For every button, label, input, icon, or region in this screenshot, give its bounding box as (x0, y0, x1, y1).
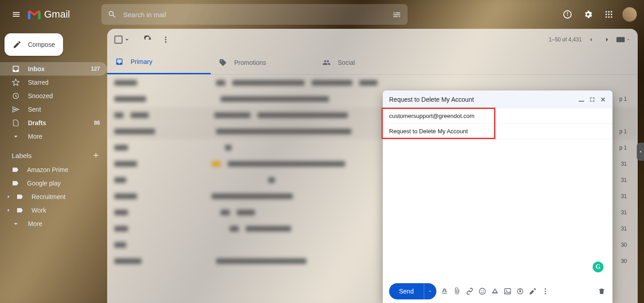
next-page-icon[interactable] (600, 32, 614, 47)
label-recruitment[interactable]: Recruitment (0, 190, 107, 204)
nav-starred[interactable]: Starred (0, 76, 107, 89)
grammarly-glyph: G (596, 263, 601, 271)
label-icon (16, 193, 23, 200)
nav-snoozed[interactable]: Snoozed (0, 89, 107, 103)
svg-point-19 (506, 290, 507, 291)
compose-subject-field[interactable]: Request to Delete My Account (383, 124, 612, 139)
support-icon[interactable] (558, 5, 576, 23)
search-bar[interactable] (101, 4, 408, 25)
page-range: 1–50 of 4,431 (549, 36, 582, 43)
prev-page-icon[interactable] (584, 32, 598, 47)
send-button[interactable]: Send (389, 283, 424, 299)
select-all[interactable] (114, 36, 131, 44)
row-date: 30 (619, 237, 627, 253)
nav-more[interactable]: More (0, 130, 107, 143)
svg-point-2 (611, 11, 612, 13)
toolbar: 1–50 of 4,431 (107, 29, 638, 50)
label-text: Recruitment (32, 193, 65, 200)
compose-to-field[interactable]: customersupport@greendot.com (383, 109, 612, 124)
nav-snoozed-label: Snoozed (28, 92, 53, 99)
mail-main: 1–50 of 4,431 Primary Promotions Social (107, 29, 638, 303)
nav-sent[interactable]: Sent (0, 103, 107, 116)
label-text: Google play (27, 180, 61, 187)
label-work[interactable]: Work (0, 204, 107, 217)
inbox-icon (12, 65, 20, 73)
star-icon (12, 78, 20, 86)
row-date (619, 107, 627, 123)
caret-icon (6, 208, 11, 213)
account-avatar[interactable] (622, 7, 637, 22)
main-menu-icon[interactable] (7, 5, 25, 23)
inbox-tab-icon (115, 58, 123, 66)
grammarly-icon[interactable]: G (593, 262, 603, 272)
tab-promotions[interactable]: Promotions (211, 50, 314, 74)
confidential-icon[interactable] (516, 287, 525, 296)
search-options-icon[interactable] (392, 10, 401, 19)
svg-point-23 (544, 291, 546, 292)
app-header: Gmail (0, 0, 644, 29)
label-icon (16, 207, 23, 214)
row-date (619, 75, 627, 91)
search-icon (108, 10, 117, 19)
attach-icon[interactable] (453, 287, 462, 296)
nav-drafts-label: Drafts (28, 119, 46, 127)
tab-social[interactable]: Social (314, 50, 418, 74)
chevron-down-icon (12, 132, 20, 140)
compose-button[interactable]: Compose (5, 33, 63, 56)
chevron-down-icon (12, 220, 20, 228)
fullscreen-icon[interactable] (589, 96, 595, 103)
nav-inbox[interactable]: Inbox 127 (0, 62, 107, 76)
product-name: Gmail (44, 9, 70, 20)
compose-body[interactable] (383, 139, 612, 280)
minimize-icon[interactable] (578, 96, 585, 103)
row-date: 31 (619, 204, 627, 221)
svg-point-17 (483, 290, 484, 291)
svg-point-16 (481, 290, 482, 291)
add-label-icon[interactable] (92, 151, 100, 159)
image-icon[interactable] (503, 287, 512, 296)
more-options-icon[interactable] (541, 287, 550, 296)
tab-social-label: Social (338, 59, 355, 66)
nav-more-label: More (28, 133, 42, 140)
compose-title: Request to Delete My Account (389, 96, 474, 103)
svg-rect-14 (579, 101, 584, 102)
labels-more[interactable]: More (0, 217, 107, 231)
more-icon[interactable] (157, 31, 175, 49)
svg-point-8 (611, 16, 612, 18)
compose-header[interactable]: Request to Delete My Account (383, 90, 612, 109)
link-icon[interactable] (465, 287, 474, 296)
input-tools-icon[interactable] (616, 32, 630, 47)
label-icon (12, 180, 19, 187)
label-google-play[interactable]: Google play (0, 176, 107, 190)
label-amazon-prime[interactable]: Amazon Prime (0, 163, 107, 176)
discard-icon[interactable] (597, 287, 606, 296)
side-panel-toggle[interactable] (637, 143, 644, 161)
people-icon (322, 59, 331, 67)
close-icon[interactable] (600, 96, 606, 103)
mail-row[interactable] (107, 75, 638, 91)
tag-icon (219, 59, 227, 67)
nav-drafts[interactable]: Drafts 86 (0, 116, 107, 130)
caret-icon (6, 194, 11, 199)
refresh-icon[interactable] (139, 31, 157, 49)
row-date: 31 (619, 172, 627, 188)
compose-footer: Send (383, 280, 612, 303)
row-date: 31 (619, 188, 627, 204)
svg-rect-21 (519, 291, 521, 293)
tab-primary[interactable]: Primary (107, 50, 211, 74)
svg-point-3 (606, 14, 607, 15)
signature-icon[interactable] (528, 287, 537, 296)
emoji-icon[interactable] (478, 287, 487, 296)
svg-point-10 (165, 36, 167, 38)
gmail-logo[interactable]: Gmail (28, 9, 70, 20)
nav-starred-label: Starred (28, 79, 49, 86)
search-input[interactable] (123, 11, 392, 18)
drive-icon[interactable] (490, 287, 499, 296)
formatting-icon[interactable] (440, 287, 449, 296)
google-apps-icon[interactable] (600, 5, 618, 23)
send-options-button[interactable] (424, 283, 436, 299)
row-date: 31 (619, 221, 627, 237)
settings-icon[interactable] (579, 5, 597, 23)
category-tabs: Primary Promotions Social (107, 50, 638, 75)
tab-promotions-label: Promotions (234, 59, 266, 66)
